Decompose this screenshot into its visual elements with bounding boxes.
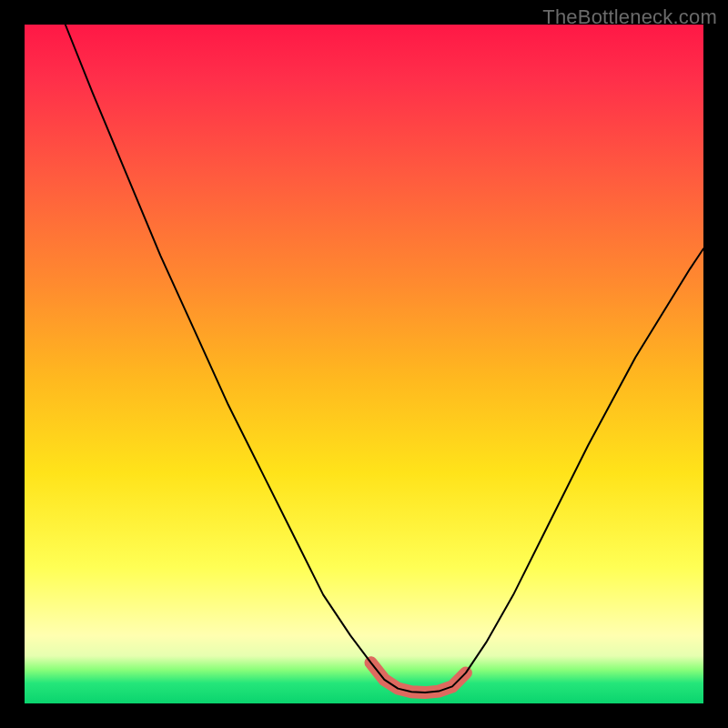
plot-gradient-area — [25, 25, 703, 703]
bottleneck-curve — [66, 25, 703, 693]
curve-svg — [25, 25, 703, 703]
chart-frame: TheBottleneck.com — [0, 0, 728, 728]
valley-highlight — [371, 662, 466, 693]
